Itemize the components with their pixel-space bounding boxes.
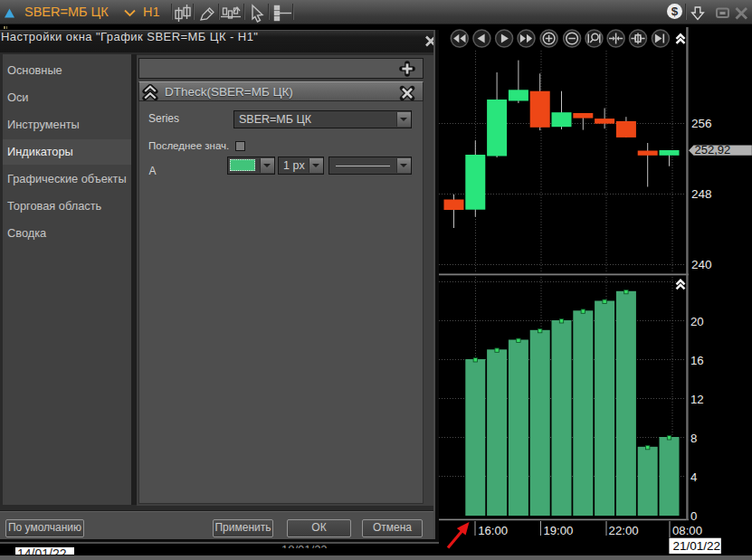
svg-text:8: 8 bbox=[690, 432, 697, 445]
svg-text:12: 12 bbox=[690, 393, 704, 406]
svg-text:$: $ bbox=[671, 5, 679, 18]
svg-text:240: 240 bbox=[691, 258, 712, 271]
svg-text:0: 0 bbox=[690, 509, 697, 523]
svg-text:256: 256 bbox=[691, 117, 712, 130]
svg-text:248: 248 bbox=[691, 187, 712, 201]
svg-text:4: 4 bbox=[690, 470, 697, 484]
svg-text:16: 16 bbox=[690, 354, 704, 367]
svg-text:19:00: 19:00 bbox=[543, 524, 573, 537]
svg-text:16:00: 16:00 bbox=[478, 524, 508, 537]
svg-text:252,92: 252,92 bbox=[695, 143, 731, 157]
svg-text:08:00: 08:00 bbox=[672, 524, 702, 537]
svg-text:22:00: 22:00 bbox=[609, 524, 639, 537]
svg-text:20: 20 bbox=[690, 315, 704, 328]
svg-text:21/01/22: 21/01/22 bbox=[673, 539, 721, 553]
